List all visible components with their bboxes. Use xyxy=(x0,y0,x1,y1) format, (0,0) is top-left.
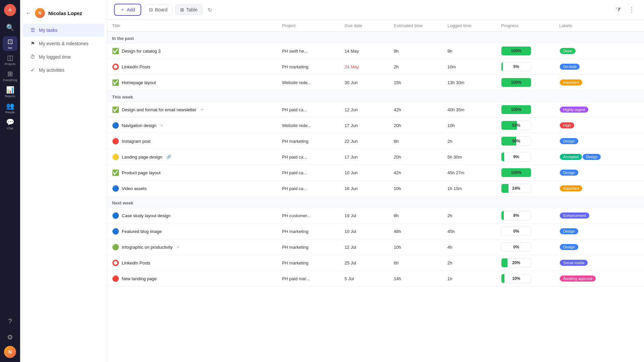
task-due-date: 19 Jul xyxy=(340,208,389,224)
task-title-cell[interactable]: 🔵 Featured blog image xyxy=(107,224,277,239)
task-name: Instagram post xyxy=(122,139,151,144)
section-label: This week xyxy=(107,90,644,102)
label-badge: Design xyxy=(583,154,601,160)
task-title-cell[interactable]: ⭕ LinkedIn Posts xyxy=(107,59,277,75)
table-row[interactable]: 🟡 Landing page design 🔗 PH paid ca... 17… xyxy=(107,149,644,165)
task-title-cell[interactable]: ⭕ LinkedIn Posts xyxy=(107,255,277,271)
more-button[interactable]: ⋮ xyxy=(626,3,637,16)
task-due-date: 22 Jun xyxy=(340,133,389,149)
table-row[interactable]: ✅ Design for catalog 3 PH swift he... 14… xyxy=(107,43,644,59)
sidebar-item-my-activities[interactable]: ✓ My activities xyxy=(23,64,104,76)
task-labels: High xyxy=(554,118,644,133)
nav-projects[interactable]: ◫ Projects xyxy=(3,52,17,67)
task-due-date: 16 Jun xyxy=(340,181,389,196)
refresh-button[interactable]: ↻ xyxy=(205,4,214,15)
status-icon: 🔵 xyxy=(112,122,119,129)
table-row[interactable]: 🔵 Case study layout design PH customer..… xyxy=(107,208,644,224)
table-row[interactable]: 🔵 Video assets PH paid ca... 16 Jun 10h … xyxy=(107,181,644,196)
table-row[interactable]: 🔵 Featured blog image PH marketing 10 Ju… xyxy=(107,224,644,239)
progress-text: 9% xyxy=(501,155,531,159)
nav-everything[interactable]: ⊞ Everything xyxy=(3,68,17,83)
task-title-cell[interactable]: 🔵 Navigation design ≡ xyxy=(107,118,277,133)
user-avatar[interactable]: N xyxy=(4,346,16,358)
task-logged-time: 10m xyxy=(443,59,496,75)
nav-settings[interactable]: ⚙ xyxy=(3,330,17,345)
task-progress-cell: 50% xyxy=(496,133,554,149)
task-name: Case study layout design xyxy=(122,213,170,218)
task-logged-time: 9h xyxy=(443,43,496,59)
task-estimated-time: 42h xyxy=(389,102,443,118)
task-logged-time: 2h xyxy=(443,133,496,149)
task-title-cell[interactable]: ✅ Design for catalog 3 xyxy=(107,43,277,59)
add-button[interactable]: ＋ Add xyxy=(114,4,141,16)
progress-bar: 5% xyxy=(501,62,531,71)
task-title-cell[interactable]: ✅ Homepage layout xyxy=(107,75,277,90)
table-row[interactable]: ✅ Product page layout PH paid ca... 10 J… xyxy=(107,165,644,181)
task-labels: On-hold xyxy=(554,59,644,75)
status-icon: 🔴 xyxy=(112,275,119,282)
sidebar-item-label: My logged time xyxy=(39,54,71,60)
task-estimated-time: 15h xyxy=(389,75,443,90)
sidebar-item-my-tasks[interactable]: ☰ My tasks xyxy=(23,24,104,37)
link-icon: 🔗 xyxy=(166,155,171,159)
table-row[interactable]: 🔴 New landing page PH paid mar... 5 Jul … xyxy=(107,271,644,287)
task-progress-cell: 20% xyxy=(496,255,554,271)
table-view-button[interactable]: ⊞ Table xyxy=(175,4,202,15)
table-row[interactable]: ⭕ LinkedIn Posts PH marketing 24 May 2h … xyxy=(107,59,644,75)
col-header-labels: Labels xyxy=(554,20,644,32)
task-logged-time: 5h 30m xyxy=(443,149,496,165)
task-labels: Important xyxy=(554,75,644,90)
task-labels: Design xyxy=(554,133,644,149)
col-header-estimated-time: Estimated time xyxy=(389,20,443,32)
list-icon: ≡ xyxy=(177,245,179,249)
task-title-cell[interactable]: 🔵 Video assets xyxy=(107,181,277,196)
task-title-cell[interactable]: 🟡 Landing page design 🔗 xyxy=(107,149,277,165)
task-due-date: 25 Jul xyxy=(340,255,389,271)
col-header-project: Project xyxy=(277,20,340,32)
sidebar-item-my-logged-time[interactable]: ⏱ My logged time xyxy=(23,51,104,63)
table-row[interactable]: ✅ Homepage layout Website rede... 30 Jun… xyxy=(107,75,644,90)
task-title-cell[interactable]: 🔴 New landing page xyxy=(107,271,277,287)
nav-reports[interactable]: 📊 Reports xyxy=(3,84,17,99)
task-title-cell[interactable]: 🔴 Instagram post xyxy=(107,133,277,149)
task-progress-cell: 0% xyxy=(496,239,554,255)
table-row[interactable]: 🔵 Navigation design ≡ Website rede... 17… xyxy=(107,118,644,133)
task-title-cell[interactable]: 🟢 Infographic on productivity ≡ xyxy=(107,239,277,255)
table-row[interactable]: ✅ Design and format for email newsletter… xyxy=(107,102,644,118)
nav-people[interactable]: 👥 People xyxy=(3,101,17,115)
sidebar-item-my-events[interactable]: ⚑ My events & milestones xyxy=(23,37,104,50)
task-title-cell[interactable]: 🔵 Case study layout design xyxy=(107,208,277,224)
progress-text: 20% xyxy=(501,260,531,265)
table-row[interactable]: ⭕ LinkedIn Posts PH marketing 25 Jul 6h … xyxy=(107,255,644,271)
back-button[interactable]: ← xyxy=(25,10,32,17)
task-estimated-time: 42h xyxy=(389,165,443,181)
task-progress-cell: 9% xyxy=(496,149,554,165)
table-row[interactable]: 🔴 Instagram post PH marketing 22 Jun 8h … xyxy=(107,133,644,149)
label-badge: Done xyxy=(560,48,575,54)
progress-text: 8% xyxy=(501,213,531,218)
task-due-date: 14 May xyxy=(340,43,389,59)
everything-icon: ⊞ xyxy=(7,70,13,78)
add-button[interactable]: + xyxy=(4,4,16,16)
filter-button[interactable]: ⧩ xyxy=(613,4,623,16)
task-title-cell[interactable]: ✅ Product page layout xyxy=(107,165,277,181)
reports-icon: 📊 xyxy=(6,86,14,94)
section-label: Next week xyxy=(107,196,644,208)
table-row[interactable]: 🟢 Infographic on productivity ≡ PH marke… xyxy=(107,239,644,255)
nav-help[interactable]: ? xyxy=(3,314,17,328)
section-header-next-week: Next week xyxy=(107,196,644,208)
task-progress-cell: 100% xyxy=(496,102,554,118)
nav-me[interactable]: ⊡ Me xyxy=(3,36,17,51)
col-header-due-date: Due date xyxy=(340,20,389,32)
section-label: In the past xyxy=(107,32,644,43)
task-due-date: 17 Jun xyxy=(340,118,389,133)
tasks-table-container[interactable]: Title Project Due date Estimated time Lo… xyxy=(107,20,644,362)
task-title-cell[interactable]: ✅ Design and format for email newsletter… xyxy=(107,102,277,118)
task-progress-cell: 100% xyxy=(496,43,554,59)
nav-chat[interactable]: 💬 Chat xyxy=(3,117,17,131)
nav-search[interactable]: 🔍 xyxy=(3,20,17,35)
sidebar-avatar: N xyxy=(35,8,45,18)
section-header-in-the-past: In the past xyxy=(107,32,644,43)
task-labels: Highly urgent xyxy=(554,102,644,118)
board-view-button[interactable]: ⊟ Board xyxy=(144,4,172,15)
